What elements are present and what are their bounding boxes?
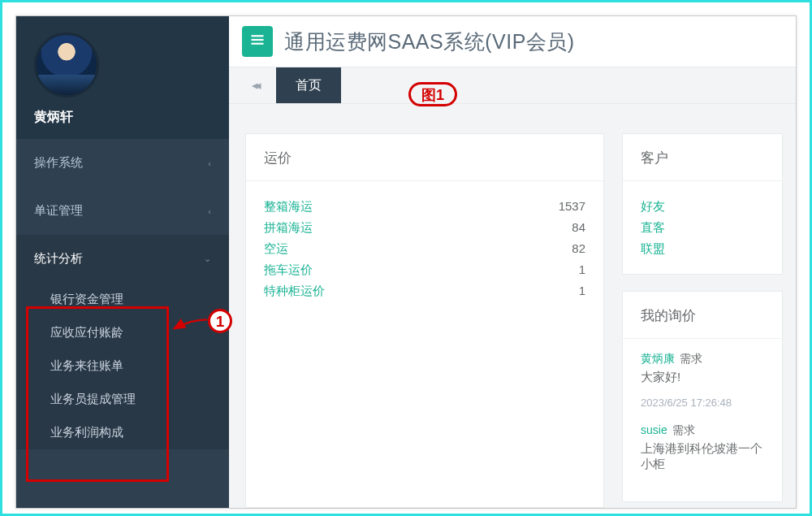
nav-item-os[interactable]: 操作系统 ‹ <box>16 139 229 187</box>
freight-link-fcl[interactable]: 整箱海运 <box>264 196 313 217</box>
subnav-label: 业务员提成管理 <box>50 392 136 405</box>
subnav-item-commission[interactable]: 业务员提成管理 <box>16 383 229 416</box>
subnav-item-bills[interactable]: 业务来往账单 <box>16 349 229 383</box>
panel-title: 我的询价 <box>623 292 782 339</box>
nav-item-label: 单证管理 <box>34 203 83 219</box>
chevron-down-icon: ⌄ <box>204 254 211 264</box>
subnav-item-bank[interactable]: 银行资金管理 <box>16 283 229 316</box>
freight-value: 82 <box>572 238 585 259</box>
customer-list: 好友 直客 联盟 <box>623 181 782 274</box>
subnav-label: 业务利润构成 <box>50 425 123 439</box>
freight-value: 1 <box>579 259 585 280</box>
nav-item-stats[interactable]: 统计分析 ⌄ <box>16 235 229 283</box>
inquiry-panel: 我的询价 黄炳康 需求 大家好! 2023/6/25 17:26:48 susi… <box>622 291 783 502</box>
tab-home[interactable]: 首页 <box>276 67 341 103</box>
freight-row: 空运 82 <box>264 238 585 259</box>
app-title: 通用运费网SAAS系统(VIP会员) <box>284 28 575 55</box>
inquiry-time: 2023/6/25 17:26:48 <box>641 397 764 409</box>
profile-section: 黄炳轩 <box>16 16 229 139</box>
username: 黄炳轩 <box>34 109 229 126</box>
app-root: 黄炳轩 操作系统 ‹ 单证管理 ‹ 统计分析 ⌄ 银行资金管理 应收应付账龄 <box>0 0 812 516</box>
subnav-item-profit[interactable]: 业务利润构成 <box>16 416 229 449</box>
menu-toggle-button[interactable] <box>242 26 273 57</box>
tab-strip: ◂◂ 首页 <box>229 67 796 104</box>
panel-title: 运价 <box>246 134 603 181</box>
freight-row: 拖车运价 1 <box>264 259 585 280</box>
customer-link-friends[interactable]: 好友 <box>641 196 764 217</box>
customer-link-direct[interactable]: 直客 <box>641 217 764 238</box>
double-chevron-left-icon: ◂◂ <box>252 78 258 93</box>
nav-submenu: 银行资金管理 应收应付账龄 业务来往账单 业务员提成管理 业务利润构成 <box>16 283 229 449</box>
inquiry-tag: 需求 <box>680 352 702 365</box>
panel-title: 客户 <box>623 134 782 181</box>
chevron-left-icon: ‹ <box>208 206 211 216</box>
freight-panel: 运价 整箱海运 1537 拼箱海运 84 空运 82 <box>245 133 604 508</box>
avatar[interactable] <box>34 33 99 98</box>
inquiry-user: susie <box>641 423 667 436</box>
window-frame: 黄炳轩 操作系统 ‹ 单证管理 ‹ 统计分析 ⌄ 银行资金管理 应收应付账龄 <box>15 15 797 509</box>
inquiry-user: 黄炳康 <box>641 352 675 365</box>
inquiry-item[interactable]: susie 需求 上海港到科伦坡港一个小柜 <box>641 423 764 472</box>
customer-link-alliance[interactable]: 联盟 <box>641 238 764 259</box>
freight-list: 整箱海运 1537 拼箱海运 84 空运 82 拖车运价 <box>246 181 603 316</box>
freight-value: 1537 <box>559 196 585 217</box>
customer-panel: 客户 好友 直客 联盟 <box>622 133 783 275</box>
tab-back-button[interactable]: ◂◂ <box>237 67 273 103</box>
nav-menu: 操作系统 ‹ 单证管理 ‹ 统计分析 ⌄ <box>16 139 229 283</box>
svg-rect-2 <box>252 43 264 45</box>
subnav-item-aging[interactable]: 应收应付账龄 <box>16 316 229 349</box>
inquiry-message: 大家好! <box>641 370 764 385</box>
main-area: 通用运费网SAAS系统(VIP会员) ◂◂ 首页 运价 整箱海运 <box>229 16 796 508</box>
content-area: 运价 整箱海运 1537 拼箱海运 84 空运 82 <box>229 104 796 508</box>
inquiry-message: 上海港到科伦坡港一个小柜 <box>641 441 764 472</box>
nav-item-label: 统计分析 <box>34 251 83 267</box>
freight-row: 特种柜运价 1 <box>264 280 585 301</box>
inquiry-item[interactable]: 黄炳康 需求 大家好! 2023/6/25 17:26:48 <box>641 352 764 409</box>
freight-row: 整箱海运 1537 <box>264 196 585 217</box>
inquiry-list: 黄炳康 需求 大家好! 2023/6/25 17:26:48 susie 需求 … <box>623 339 782 501</box>
freight-value: 84 <box>572 217 585 238</box>
freight-value: 1 <box>579 280 585 301</box>
nav-item-docs[interactable]: 单证管理 ‹ <box>16 187 229 235</box>
freight-row: 拼箱海运 84 <box>264 217 585 238</box>
freight-link-lcl[interactable]: 拼箱海运 <box>264 217 313 238</box>
inquiry-tag: 需求 <box>672 423 695 436</box>
subnav-label: 银行资金管理 <box>50 292 123 306</box>
chevron-left-icon: ‹ <box>208 158 211 168</box>
right-column: 客户 好友 直客 联盟 我的询价 黄炳康 需求 <box>622 133 783 508</box>
freight-link-air[interactable]: 空运 <box>264 238 288 259</box>
tab-label: 首页 <box>296 77 322 94</box>
hamburger-icon <box>249 32 266 51</box>
svg-rect-1 <box>252 39 264 41</box>
nav-item-label: 操作系统 <box>34 155 83 171</box>
subnav-label: 应收应付账龄 <box>50 325 123 339</box>
subnav-label: 业务来往账单 <box>50 358 123 372</box>
svg-rect-0 <box>252 35 264 37</box>
freight-link-trailer[interactable]: 拖车运价 <box>264 259 313 280</box>
topbar: 通用运费网SAAS系统(VIP会员) <box>229 16 796 67</box>
freight-link-special[interactable]: 特种柜运价 <box>264 280 325 301</box>
sidebar: 黄炳轩 操作系统 ‹ 单证管理 ‹ 统计分析 ⌄ 银行资金管理 应收应付账龄 <box>16 16 229 508</box>
